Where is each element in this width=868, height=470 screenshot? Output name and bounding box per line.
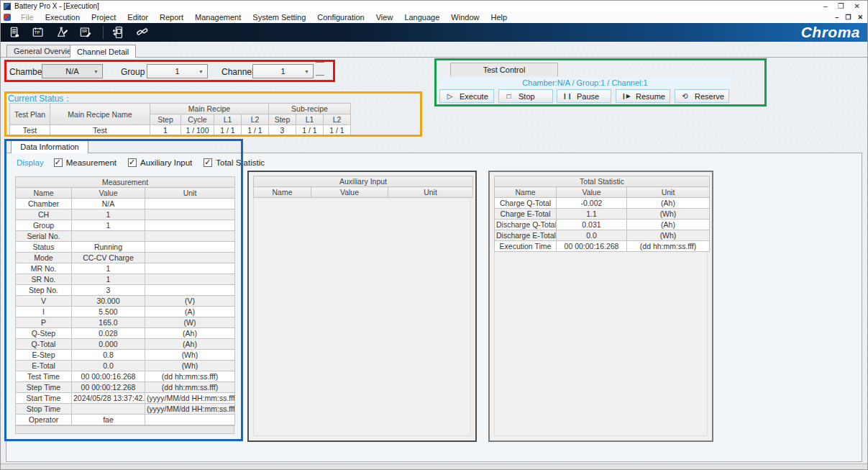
total-statistic-checkbox[interactable] <box>204 158 212 167</box>
channel-value: 1 <box>280 67 285 76</box>
measurement-checkbox-group[interactable]: Measurement <box>54 158 117 167</box>
col-main-recipe-name: Main Recipe Name <box>50 104 150 125</box>
current-status-table: Test Plan Main Recipe Name Main Recipe S… <box>9 103 351 136</box>
status-bar <box>1 464 867 469</box>
table-row: MR No.1 <box>16 263 235 274</box>
menu-language[interactable]: Language <box>398 13 445 22</box>
menu-system-setting[interactable]: System Setting <box>247 13 311 22</box>
table-cell: 1 / 1 <box>242 125 269 136</box>
mdi-minimize-icon[interactable]: – <box>835 14 839 21</box>
table-cell: Q-Step <box>16 328 72 339</box>
menu-view[interactable]: View <box>370 13 399 22</box>
measurement-checkbox[interactable] <box>54 158 63 167</box>
table-cell: Test <box>50 125 150 136</box>
execution-log-icon[interactable] <box>6 25 22 40</box>
table-row: Charge Q-Total-0.002(Ah) <box>495 198 710 209</box>
table-cell: Test <box>10 125 50 136</box>
resume-label: Resume <box>636 92 665 101</box>
col-main-recipe: Main Recipe <box>150 104 269 114</box>
menu-report[interactable]: Report <box>154 13 189 22</box>
test-plan-editor-icon[interactable]: TP <box>30 25 46 40</box>
group-select[interactable]: 1 ▼ <box>147 64 208 78</box>
sub-recipe-editor-icon[interactable]: SR <box>78 25 93 40</box>
col-test-plan: Test Plan <box>10 104 50 125</box>
measurement-col-value: Value <box>72 188 145 199</box>
test-control-tab[interactable]: Test Control <box>450 63 558 76</box>
table-cell: (Ah) <box>627 220 710 230</box>
channel-select[interactable]: 1 ▼ <box>252 64 314 78</box>
table-cell: Group <box>16 220 72 231</box>
table-cell: (dd hh:mm:ss.fff) <box>627 241 710 252</box>
collapse-handle[interactable] <box>316 62 324 63</box>
table-row: Serial No. <box>16 231 235 242</box>
display-options: Display Measurement Auxiliary Input Tota… <box>17 158 276 167</box>
tab-channel-detail[interactable]: Channel Detail <box>70 45 136 58</box>
pause-button[interactable]: ❙❙ Pause <box>557 89 611 103</box>
measurement-title: Measurement <box>16 177 235 188</box>
table-cell: (V) <box>145 296 235 307</box>
table-cell: (W) <box>145 317 235 328</box>
toolbar: TP SR <box>1 23 867 42</box>
menu-editor[interactable]: Editor <box>122 13 154 22</box>
minimize-icon[interactable]: – <box>823 2 828 10</box>
device-transfer-icon[interactable] <box>111 25 127 40</box>
current-status-body: TestTest11 / 1001 / 11 / 131 / 11 / 1 <box>10 125 351 136</box>
menu-help[interactable]: Help <box>485 13 513 22</box>
total-statistic-checkbox-group[interactable]: Total Statistic <box>204 158 265 167</box>
table-cell: Operator <box>16 415 72 425</box>
chamber-select[interactable]: N/A ▼ <box>42 64 103 78</box>
table-cell <box>145 253 235 263</box>
table-cell: E-Total <box>16 361 72 371</box>
close-icon[interactable]: ✕ <box>854 2 860 10</box>
link-icon[interactable] <box>134 25 150 40</box>
table-cell: (yyyy/MM/dd HH:mm:ss.fff) <box>145 393 235 404</box>
menu-file[interactable]: File <box>15 13 40 22</box>
pause-bars-icon: ❙❙ <box>562 93 572 99</box>
table-row: Start Time2024/05/28 13:37:42.000(yyyy/M… <box>16 393 235 404</box>
table-cell: (yyyy/MM/dd HH:mm:ss.fff) <box>145 404 235 415</box>
resume-button[interactable]: ❙▶ Resume <box>616 89 670 103</box>
group-label: Group <box>121 67 145 77</box>
mdi-restore-icon[interactable]: ❐ <box>845 14 851 21</box>
reserve-button[interactable]: ⟲ Reserve <box>675 89 729 103</box>
menu-configuration[interactable]: Configuration <box>311 13 370 22</box>
menu-window[interactable]: Window <box>445 13 485 22</box>
execute-button[interactable]: ▷ Execute <box>439 89 494 103</box>
chevron-down-icon: ▼ <box>198 69 204 74</box>
total-statistic-checkbox-label: Total Statistic <box>216 158 265 167</box>
table-cell <box>72 404 145 415</box>
table-cell <box>145 199 235 209</box>
data-information-tab[interactable]: Data Information <box>11 140 88 153</box>
table-cell <box>145 415 235 425</box>
table-cell: Test Time <box>16 371 72 382</box>
menu-execution[interactable]: Execution <box>40 13 86 22</box>
col-sub-recipe: Sub-recipe <box>269 104 351 114</box>
table-row: CH1 <box>16 209 235 220</box>
table-cell: Start Time <box>16 393 72 404</box>
recipe-editor-icon[interactable] <box>54 25 70 40</box>
test-control-target: Chamber:N/A / Group:1 / Channel:1 <box>439 77 731 88</box>
table-cell: 1 <box>72 263 145 274</box>
total-statistic-body: Charge Q-Total-0.002(Ah)Charge E-Total1.… <box>495 198 710 252</box>
stop-button[interactable]: □ Stop <box>498 89 553 103</box>
stop-label: Stop <box>518 92 535 101</box>
col-step: Step <box>150 114 181 125</box>
auxiliary-input-title: Auxiliary Input <box>254 176 473 187</box>
auxiliary-input-checkbox[interactable] <box>128 158 137 167</box>
table-cell: 1 / 1 <box>324 125 351 136</box>
total-statistic-table: Total Statistic Name Value Unit Charge Q… <box>494 176 710 252</box>
table-cell: Discharge Q-Total <box>495 220 557 230</box>
mdi-close-icon[interactable]: ✕ <box>857 14 863 21</box>
menu-management[interactable]: Management <box>189 13 247 22</box>
table-row: StatusRunning <box>16 242 235 253</box>
table-cell: 1 <box>72 209 145 220</box>
table-cell: N/A <box>72 199 145 209</box>
menu-project[interactable]: Project <box>86 13 122 22</box>
table-row: Discharge E-Total0.0(Wh) <box>495 230 710 241</box>
table-cell: fae <box>72 415 145 425</box>
table-cell: 1 <box>150 125 181 136</box>
app-window: Battery Pro X - [Execution] – ❐ ✕ File E… <box>0 0 868 470</box>
auxiliary-input-checkbox-group[interactable]: Auxiliary Input <box>128 158 192 167</box>
collapse-handle[interactable] <box>316 75 324 76</box>
restore-icon[interactable]: ❐ <box>838 2 844 10</box>
